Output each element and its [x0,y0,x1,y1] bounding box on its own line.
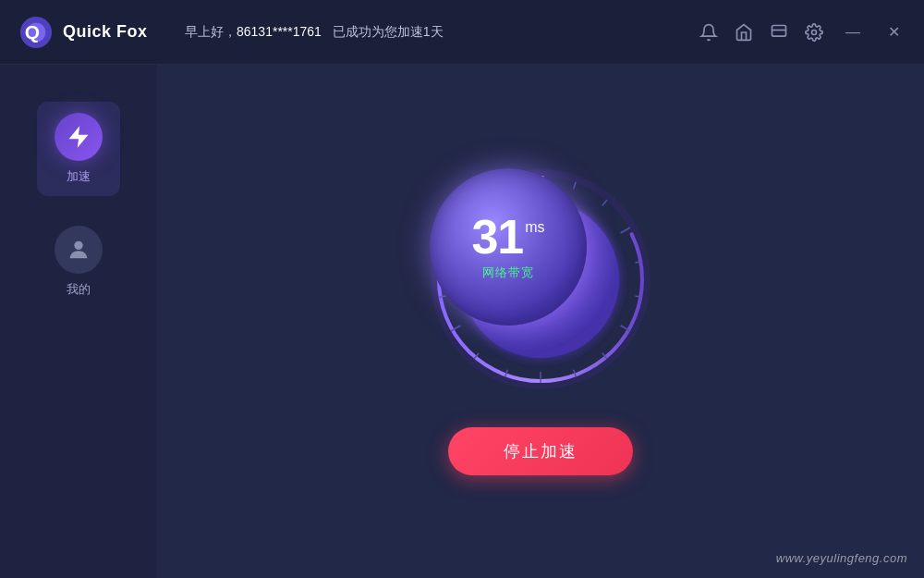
sidebar-item-speed[interactable]: 加速 [37,102,120,196]
svg-marker-6 [69,126,89,147]
sidebar-speed-label: 加速 [67,168,91,185]
chat-icon[interactable] [770,23,788,42]
svg-point-7 [74,241,82,250]
svg-line-12 [602,200,607,205]
home-icon[interactable] [735,23,753,42]
header-info: 早上好，86131****1761 已成功为您加速1天 [157,24,699,41]
window-controls: — ✕ [699,21,924,43]
main-content: 31 ms 网络带宽 停止加速 [157,65,924,578]
app-logo-icon: Q [18,15,54,50]
bell-icon[interactable] [699,23,718,42]
speed-label: 网络带宽 [482,264,534,281]
speedometer: 31 ms 网络带宽 [430,168,651,390]
sidebar-item-profile[interactable]: 我的 [37,215,120,309]
greeting-text: 早上好， [185,24,237,39]
speed-unit: ms [525,220,544,235]
stop-button[interactable]: 停止加速 [448,427,633,475]
success-message: 已成功为您加速1天 [329,24,444,39]
sidebar-profile-label: 我的 [67,281,91,298]
minimize-button[interactable]: — [840,22,866,43]
svg-text:Q: Q [25,20,40,42]
svg-point-5 [812,30,817,34]
profile-icon-wrap [55,226,103,274]
app-title: Quick Fox [63,22,148,42]
settings-icon[interactable] [805,23,823,42]
logo-area: Q Quick Fox [0,15,157,50]
speed-display: 31 ms 网络带宽 [430,168,587,326]
svg-line-13 [621,228,630,233]
user-icon [66,237,91,263]
speed-number: 31 [471,213,523,261]
title-bar: Q Quick Fox 早上好，86131****1761 已成功为您加速1天 [0,0,924,65]
speed-icon-wrap [55,113,103,161]
sidebar: 加速 我的 [0,65,157,578]
lightning-icon [66,124,91,150]
user-id-text: 86131****1761 [237,24,322,39]
speed-value-display: 31 ms [471,213,544,261]
svg-rect-3 [772,25,786,36]
svg-line-11 [574,181,577,189]
watermark: www.yeyulingfeng.com [776,551,907,565]
close-button[interactable]: ✕ [882,21,906,43]
